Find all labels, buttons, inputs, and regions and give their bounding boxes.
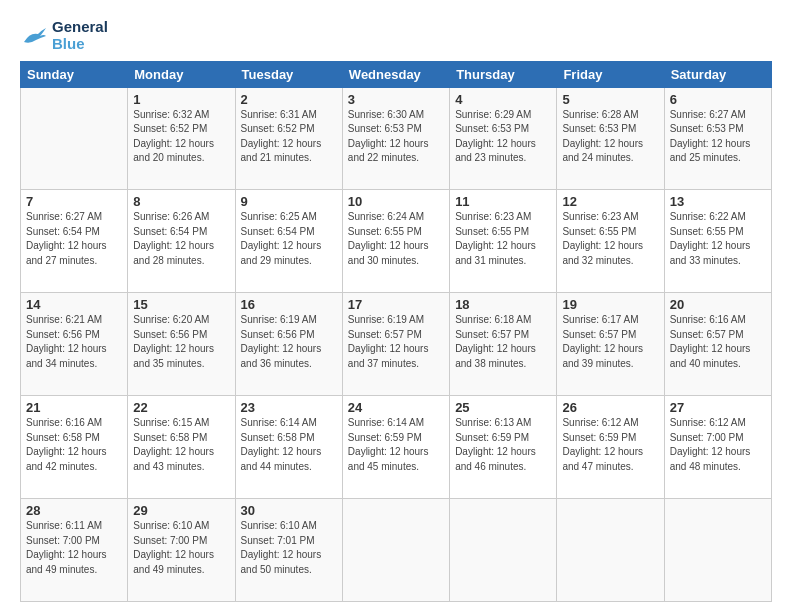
day-number: 10	[348, 194, 444, 209]
calendar-day: 9Sunrise: 6:25 AM Sunset: 6:54 PM Daylig…	[235, 190, 342, 293]
calendar-day: 13Sunrise: 6:22 AM Sunset: 6:55 PM Dayli…	[664, 190, 771, 293]
day-number: 25	[455, 400, 551, 415]
logo: General Blue	[20, 18, 108, 53]
day-info: Sunrise: 6:19 AM Sunset: 6:57 PM Dayligh…	[348, 313, 444, 371]
day-number: 26	[562, 400, 658, 415]
day-info: Sunrise: 6:17 AM Sunset: 6:57 PM Dayligh…	[562, 313, 658, 371]
calendar-day: 1Sunrise: 6:32 AM Sunset: 6:52 PM Daylig…	[128, 87, 235, 190]
calendar-header-tuesday: Tuesday	[235, 61, 342, 87]
day-info: Sunrise: 6:10 AM Sunset: 7:01 PM Dayligh…	[241, 519, 337, 577]
day-number: 16	[241, 297, 337, 312]
calendar-day: 19Sunrise: 6:17 AM Sunset: 6:57 PM Dayli…	[557, 293, 664, 396]
calendar-day: 24Sunrise: 6:14 AM Sunset: 6:59 PM Dayli…	[342, 396, 449, 499]
day-info: Sunrise: 6:16 AM Sunset: 6:58 PM Dayligh…	[26, 416, 122, 474]
calendar-week-row: 14Sunrise: 6:21 AM Sunset: 6:56 PM Dayli…	[21, 293, 772, 396]
day-number: 20	[670, 297, 766, 312]
calendar-week-row: 28Sunrise: 6:11 AM Sunset: 7:00 PM Dayli…	[21, 499, 772, 602]
calendar-day: 23Sunrise: 6:14 AM Sunset: 6:58 PM Dayli…	[235, 396, 342, 499]
calendar-day	[557, 499, 664, 602]
calendar-day	[342, 499, 449, 602]
day-info: Sunrise: 6:15 AM Sunset: 6:58 PM Dayligh…	[133, 416, 229, 474]
day-info: Sunrise: 6:27 AM Sunset: 6:54 PM Dayligh…	[26, 210, 122, 268]
logo-text: General Blue	[52, 18, 108, 53]
day-number: 28	[26, 503, 122, 518]
day-number: 5	[562, 92, 658, 107]
day-number: 11	[455, 194, 551, 209]
calendar-header-thursday: Thursday	[450, 61, 557, 87]
calendar-day: 30Sunrise: 6:10 AM Sunset: 7:01 PM Dayli…	[235, 499, 342, 602]
day-info: Sunrise: 6:16 AM Sunset: 6:57 PM Dayligh…	[670, 313, 766, 371]
calendar-day: 28Sunrise: 6:11 AM Sunset: 7:00 PM Dayli…	[21, 499, 128, 602]
calendar-header-friday: Friday	[557, 61, 664, 87]
day-number: 2	[241, 92, 337, 107]
calendar-header-sunday: Sunday	[21, 61, 128, 87]
calendar-day: 2Sunrise: 6:31 AM Sunset: 6:52 PM Daylig…	[235, 87, 342, 190]
calendar-week-row: 7Sunrise: 6:27 AM Sunset: 6:54 PM Daylig…	[21, 190, 772, 293]
calendar-table: SundayMondayTuesdayWednesdayThursdayFrid…	[20, 61, 772, 603]
day-info: Sunrise: 6:20 AM Sunset: 6:56 PM Dayligh…	[133, 313, 229, 371]
day-number: 4	[455, 92, 551, 107]
day-number: 17	[348, 297, 444, 312]
calendar-day	[21, 87, 128, 190]
day-info: Sunrise: 6:10 AM Sunset: 7:00 PM Dayligh…	[133, 519, 229, 577]
day-info: Sunrise: 6:27 AM Sunset: 6:53 PM Dayligh…	[670, 108, 766, 166]
day-number: 7	[26, 194, 122, 209]
day-info: Sunrise: 6:32 AM Sunset: 6:52 PM Dayligh…	[133, 108, 229, 166]
day-info: Sunrise: 6:23 AM Sunset: 6:55 PM Dayligh…	[455, 210, 551, 268]
day-info: Sunrise: 6:18 AM Sunset: 6:57 PM Dayligh…	[455, 313, 551, 371]
day-number: 22	[133, 400, 229, 415]
calendar-header-monday: Monday	[128, 61, 235, 87]
day-info: Sunrise: 6:26 AM Sunset: 6:54 PM Dayligh…	[133, 210, 229, 268]
calendar-day	[664, 499, 771, 602]
page: General Blue SundayMondayTuesdayWednesda…	[0, 0, 792, 612]
calendar-day: 18Sunrise: 6:18 AM Sunset: 6:57 PM Dayli…	[450, 293, 557, 396]
calendar-day: 15Sunrise: 6:20 AM Sunset: 6:56 PM Dayli…	[128, 293, 235, 396]
day-number: 9	[241, 194, 337, 209]
calendar-day: 27Sunrise: 6:12 AM Sunset: 7:00 PM Dayli…	[664, 396, 771, 499]
day-number: 14	[26, 297, 122, 312]
calendar-day: 6Sunrise: 6:27 AM Sunset: 6:53 PM Daylig…	[664, 87, 771, 190]
calendar-day: 20Sunrise: 6:16 AM Sunset: 6:57 PM Dayli…	[664, 293, 771, 396]
day-number: 30	[241, 503, 337, 518]
calendar-day: 25Sunrise: 6:13 AM Sunset: 6:59 PM Dayli…	[450, 396, 557, 499]
day-info: Sunrise: 6:24 AM Sunset: 6:55 PM Dayligh…	[348, 210, 444, 268]
calendar-day: 29Sunrise: 6:10 AM Sunset: 7:00 PM Dayli…	[128, 499, 235, 602]
day-number: 18	[455, 297, 551, 312]
calendar-day: 14Sunrise: 6:21 AM Sunset: 6:56 PM Dayli…	[21, 293, 128, 396]
logo-icon	[20, 24, 48, 46]
day-info: Sunrise: 6:22 AM Sunset: 6:55 PM Dayligh…	[670, 210, 766, 268]
day-number: 27	[670, 400, 766, 415]
calendar-day: 17Sunrise: 6:19 AM Sunset: 6:57 PM Dayli…	[342, 293, 449, 396]
calendar-day: 22Sunrise: 6:15 AM Sunset: 6:58 PM Dayli…	[128, 396, 235, 499]
day-number: 24	[348, 400, 444, 415]
calendar-header-row: SundayMondayTuesdayWednesdayThursdayFrid…	[21, 61, 772, 87]
day-number: 12	[562, 194, 658, 209]
calendar-day: 16Sunrise: 6:19 AM Sunset: 6:56 PM Dayli…	[235, 293, 342, 396]
day-info: Sunrise: 6:13 AM Sunset: 6:59 PM Dayligh…	[455, 416, 551, 474]
calendar-day: 5Sunrise: 6:28 AM Sunset: 6:53 PM Daylig…	[557, 87, 664, 190]
calendar-header-wednesday: Wednesday	[342, 61, 449, 87]
day-number: 3	[348, 92, 444, 107]
day-info: Sunrise: 6:30 AM Sunset: 6:53 PM Dayligh…	[348, 108, 444, 166]
calendar-day: 8Sunrise: 6:26 AM Sunset: 6:54 PM Daylig…	[128, 190, 235, 293]
day-info: Sunrise: 6:23 AM Sunset: 6:55 PM Dayligh…	[562, 210, 658, 268]
calendar-week-row: 1Sunrise: 6:32 AM Sunset: 6:52 PM Daylig…	[21, 87, 772, 190]
day-info: Sunrise: 6:28 AM Sunset: 6:53 PM Dayligh…	[562, 108, 658, 166]
calendar-day	[450, 499, 557, 602]
day-info: Sunrise: 6:11 AM Sunset: 7:00 PM Dayligh…	[26, 519, 122, 577]
day-number: 1	[133, 92, 229, 107]
day-info: Sunrise: 6:12 AM Sunset: 7:00 PM Dayligh…	[670, 416, 766, 474]
day-info: Sunrise: 6:12 AM Sunset: 6:59 PM Dayligh…	[562, 416, 658, 474]
day-number: 13	[670, 194, 766, 209]
calendar-day: 4Sunrise: 6:29 AM Sunset: 6:53 PM Daylig…	[450, 87, 557, 190]
calendar-day: 11Sunrise: 6:23 AM Sunset: 6:55 PM Dayli…	[450, 190, 557, 293]
day-number: 15	[133, 297, 229, 312]
day-info: Sunrise: 6:29 AM Sunset: 6:53 PM Dayligh…	[455, 108, 551, 166]
calendar-day: 26Sunrise: 6:12 AM Sunset: 6:59 PM Dayli…	[557, 396, 664, 499]
calendar-header-saturday: Saturday	[664, 61, 771, 87]
day-info: Sunrise: 6:31 AM Sunset: 6:52 PM Dayligh…	[241, 108, 337, 166]
day-info: Sunrise: 6:21 AM Sunset: 6:56 PM Dayligh…	[26, 313, 122, 371]
day-number: 8	[133, 194, 229, 209]
day-number: 6	[670, 92, 766, 107]
calendar-day: 12Sunrise: 6:23 AM Sunset: 6:55 PM Dayli…	[557, 190, 664, 293]
